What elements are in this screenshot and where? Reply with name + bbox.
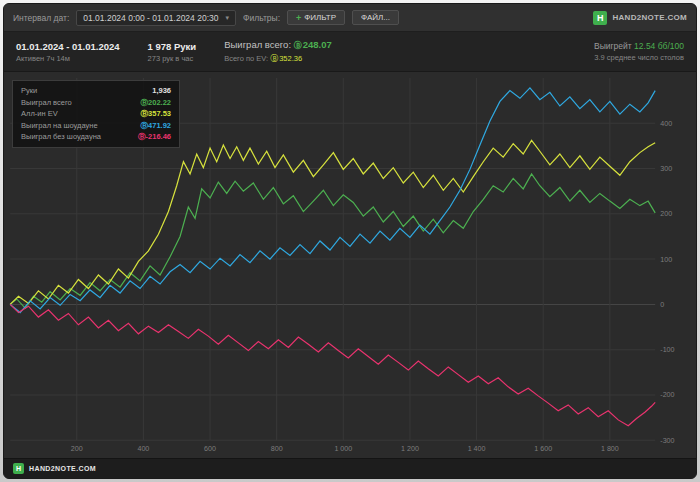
status-bar: H HAND2NOTE.COM [4, 458, 696, 478]
svg-text:-300: -300 [660, 437, 674, 444]
svg-text:400: 400 [137, 445, 149, 452]
plus-icon: + [296, 14, 301, 22]
legend-row: Выиграл на шоудаунеⒷ471.92 [21, 120, 171, 132]
svg-text:1 600: 1 600 [534, 445, 552, 452]
stats-winnings-group: Выиграл всего: Ⓑ248.07 Всего по EV: Ⓑ352… [224, 39, 332, 64]
legend-row: Выиграл всегоⒷ202.22 [21, 97, 171, 109]
stats-tables-label: среднее число столов [607, 53, 684, 62]
legend-value: Ⓑ-216.46 [138, 131, 171, 143]
stats-winrate-value: 12.54 бб/100 [634, 41, 684, 51]
winnings-graph[interactable]: Руки1,936Выиграл всегоⒷ202.22Алл-ин EVⒷ3… [4, 72, 696, 458]
svg-text:-200: -200 [660, 392, 674, 399]
svg-text:1 800: 1 800 [601, 445, 619, 452]
stats-won-value: Ⓑ248.07 [294, 39, 332, 50]
add-filter-label: ФИЛЬТР [304, 13, 336, 22]
stats-winrate: Выигрейт 12.54 бб/100 [594, 41, 684, 51]
filters-label: Фильтры: [243, 13, 280, 23]
stats-date-group: 01.01.2024 - 01.01.2024 Активен 7ч 14м [16, 41, 120, 63]
svg-text:200: 200 [71, 445, 83, 452]
stats-winrate-group: Выигрейт 12.54 бб/100 3.9 среднее число … [594, 41, 684, 62]
legend-label: Выиграл на шоудауне [21, 120, 98, 132]
svg-text:300: 300 [660, 165, 672, 172]
stats-won-label: Выиграл всего: [224, 39, 291, 50]
svg-text:-100: -100 [660, 346, 674, 353]
desktop-background: Интервал дат: 01.01.2024 0:00 - 01.01.20… [0, 0, 700, 482]
file-button-label: ФАЙЛ... [361, 13, 390, 22]
stats-tables-value: 3.9 [594, 53, 604, 62]
svg-text:400: 400 [660, 120, 672, 127]
svg-text:0: 0 [660, 301, 664, 308]
legend-value: Ⓑ471.92 [141, 120, 171, 132]
stats-tables: 3.9 среднее число столов [594, 53, 684, 62]
hand2note-logo-icon: H [593, 11, 607, 25]
svg-text:600: 600 [204, 445, 216, 452]
stats-bar: 01.01.2024 - 01.01.2024 Активен 7ч 14м 1… [4, 32, 696, 72]
stats-hands-group: 1 978 Руки 273 рук в час [148, 41, 197, 63]
hand2note-window: Интервал дат: 01.01.2024 0:00 - 01.01.20… [3, 3, 697, 479]
graph-legend: Руки1,936Выиграл всегоⒷ202.22Алл-ин EVⒷ3… [12, 80, 180, 148]
legend-row: Алл-ин EVⒷ357.53 [21, 108, 171, 120]
svg-text:200: 200 [660, 210, 672, 217]
toolbar: Интервал дат: 01.01.2024 0:00 - 01.01.20… [4, 4, 696, 32]
legend-value: Ⓑ357.53 [141, 108, 171, 120]
brand-header: H HAND2NOTE.COM [593, 11, 687, 25]
stats-won-total: Выиграл всего: Ⓑ248.07 [224, 39, 332, 51]
stats-active-time: Активен 7ч 14м [16, 54, 120, 63]
interval-label: Интервал дат: [13, 13, 69, 23]
file-button[interactable]: ФАЙЛ... [352, 10, 399, 25]
legend-label: Алл-ин EV [21, 108, 58, 120]
legend-label: Руки [21, 85, 37, 97]
stats-hands-per-hour: 273 рук в час [148, 54, 197, 63]
date-range-value: 01.01.2024 0:00 - 01.01.2024 20:30 [83, 13, 218, 23]
add-filter-button[interactable]: + ФИЛЬТР [287, 10, 345, 25]
bigblind-icon: Ⓑ [294, 41, 302, 50]
svg-text:100: 100 [660, 256, 672, 263]
legend-label: Выиграл без шоудауна [21, 131, 101, 143]
legend-label: Выиграл всего [21, 97, 72, 109]
brand-text: HAND2NOTE.COM [612, 13, 687, 22]
legend-row: Руки1,936 [21, 85, 171, 97]
hand2note-logo-icon: H [13, 463, 24, 474]
stats-ev-value: Ⓑ352.36 [270, 54, 302, 63]
legend-value: Ⓑ202.22 [141, 97, 171, 109]
stats-ev-label: Всего по EV: [224, 54, 268, 63]
chevron-down-icon: ▾ [225, 14, 229, 22]
footer-brand-text: HAND2NOTE.COM [29, 465, 96, 472]
stats-date-range: 01.01.2024 - 01.01.2024 [16, 41, 120, 52]
stats-winrate-label: Выигрейт [594, 41, 632, 51]
stats-ev-total: Всего по EV: Ⓑ352.36 [224, 53, 332, 64]
legend-value: 1,936 [152, 85, 171, 97]
svg-text:800: 800 [271, 445, 283, 452]
stats-hands: 1 978 Руки [148, 41, 197, 52]
bigblind-icon: Ⓑ [270, 54, 278, 63]
svg-text:1 000: 1 000 [334, 445, 352, 452]
date-range-select[interactable]: 01.01.2024 0:00 - 01.01.2024 20:30 ▾ [76, 10, 236, 26]
svg-text:1 200: 1 200 [401, 445, 419, 452]
svg-text:1 400: 1 400 [468, 445, 486, 452]
legend-row: Выиграл без шоудаунаⒷ-216.46 [21, 131, 171, 143]
